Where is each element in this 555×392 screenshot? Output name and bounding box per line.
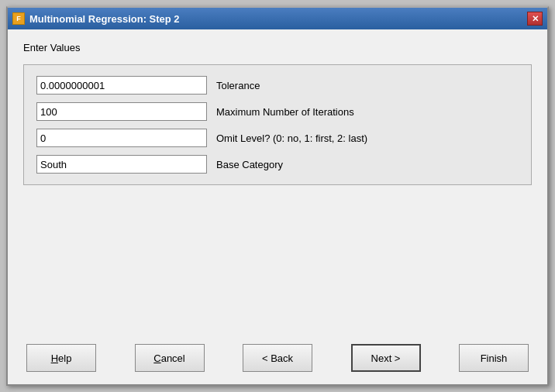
base-category-input[interactable]	[36, 155, 207, 174]
next-button[interactable]: Next >	[351, 344, 421, 372]
help-button[interactable]: Help	[26, 344, 96, 372]
omit-level-label: Omit Level? (0: no, 1: first, 2: last)	[216, 132, 367, 144]
base-category-label: Base Category	[216, 159, 283, 170]
omit-level-row: Omit Level? (0: no, 1: first, 2: last)	[36, 129, 519, 147]
title-bar-left: F Multinomial Regression: Step 2	[12, 12, 180, 25]
tolerance-row: Tolerance	[36, 76, 519, 95]
tolerance-input[interactable]	[36, 76, 207, 95]
section-title: Enter Values	[23, 42, 532, 53]
window-title: Multinomial Regression: Step 2	[29, 13, 180, 25]
max-iterations-row: Maximum Number of Iterations	[36, 102, 519, 121]
app-icon: F	[12, 12, 25, 25]
tolerance-label: Tolerance	[216, 80, 260, 91]
max-iterations-label: Maximum Number of Iterations	[216, 106, 354, 118]
spacer	[23, 196, 532, 339]
title-bar: F Multinomial Regression: Step 2 ✕	[8, 8, 547, 29]
button-bar: Help Cancel < Back Next > Finish	[23, 339, 532, 375]
omit-level-input[interactable]	[36, 129, 207, 147]
main-window: F Multinomial Regression: Step 2 ✕ Enter…	[6, 6, 549, 386]
back-button[interactable]: < Back	[243, 344, 312, 372]
base-category-row: Base Category	[36, 155, 519, 174]
finish-button[interactable]: Finish	[459, 344, 529, 372]
window-content: Enter Values Tolerance Maximum Number of…	[8, 29, 547, 384]
cancel-button[interactable]: Cancel	[135, 344, 205, 372]
form-area: Tolerance Maximum Number of Iterations O…	[23, 64, 532, 185]
close-button[interactable]: ✕	[527, 12, 543, 26]
max-iterations-input[interactable]	[36, 102, 207, 121]
